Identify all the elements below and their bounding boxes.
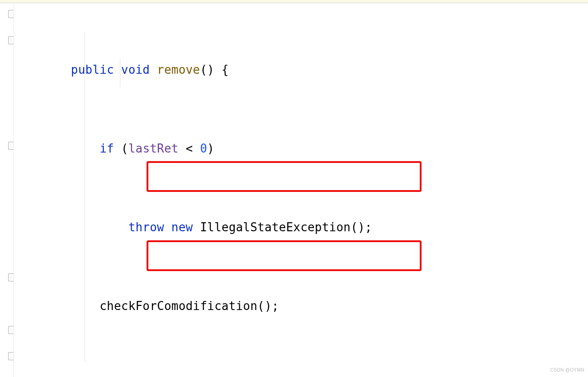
text-lt: < <box>179 142 200 155</box>
top-strip <box>0 0 588 3</box>
type-illegalstate: IllegalStateException <box>200 220 351 234</box>
text-semi: (); <box>351 220 372 234</box>
keyword-public: public <box>71 63 114 76</box>
code-line[interactable]: if (lastRet < 0) <box>14 136 588 162</box>
fold-marker-icon[interactable] <box>8 36 14 44</box>
space <box>150 63 157 76</box>
space <box>193 220 200 234</box>
method-remove: remove <box>157 63 200 76</box>
fold-marker-icon[interactable] <box>8 10 14 18</box>
text-parens-brace: () { <box>200 63 228 76</box>
method-checkfor: checkForComodification <box>100 299 257 313</box>
id-lastret: lastRet <box>128 142 179 155</box>
space <box>114 63 121 76</box>
space <box>164 220 171 234</box>
keyword-throw: throw <box>128 220 164 234</box>
code-line[interactable] <box>14 372 588 377</box>
gutter <box>0 0 14 377</box>
text-close: ) <box>207 142 214 155</box>
fold-marker-icon[interactable] <box>8 352 14 360</box>
code-editor[interactable]: public void remove() { if (lastRet < 0) … <box>0 0 588 377</box>
keyword-void: void <box>121 63 150 76</box>
text-open: ( <box>114 142 128 155</box>
code-area[interactable]: public void remove() { if (lastRet < 0) … <box>14 5 588 377</box>
keyword-new: new <box>171 220 193 234</box>
keyword-if: if <box>100 142 114 155</box>
code-line[interactable]: throw new IllegalStateException(); <box>14 215 588 241</box>
fold-marker-icon[interactable] <box>8 273 14 282</box>
code-line[interactable]: public void remove() { <box>14 57 588 83</box>
fold-marker-icon[interactable] <box>8 142 14 150</box>
code-line[interactable]: checkForComodification(); <box>14 293 588 320</box>
fold-marker-icon[interactable] <box>8 326 14 334</box>
watermark: CSDN @OYMN <box>550 365 584 375</box>
text-semi: (); <box>257 299 279 313</box>
num-zero: 0 <box>200 142 207 155</box>
